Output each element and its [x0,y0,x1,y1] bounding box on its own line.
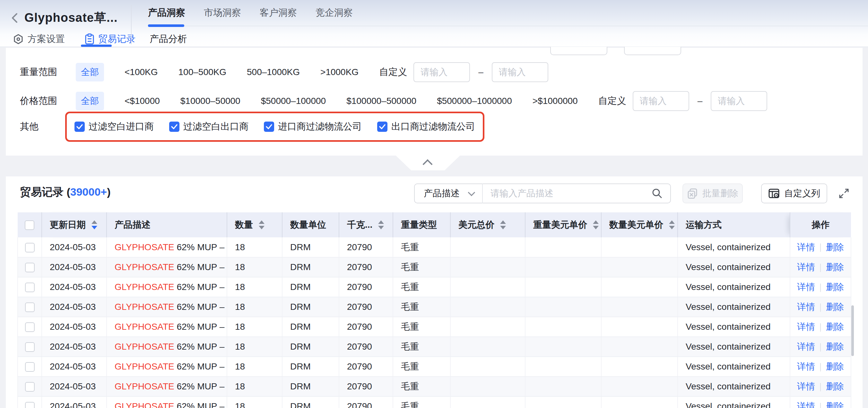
tabs-baseline [148,26,868,26]
product-keyword-highlight: GLYPHOSATE [115,282,174,292]
select-all-checkbox[interactable] [25,220,34,230]
row-checkbox[interactable] [25,342,35,352]
price-max-input[interactable] [711,91,767,111]
custom-columns-button[interactable]: 自定义列 [761,183,827,203]
cell-usd-per-qty [601,397,678,408]
cell-qty-unit: DRM [282,397,339,408]
weight-option-lt100[interactable]: <100KG [125,67,158,77]
col-label: 数量美元单价 [609,219,663,231]
price-option-1[interactable]: <$10000 [125,96,160,106]
product-description-search-input[interactable] [483,184,652,203]
weight-option-500-1000[interactable]: 500–1000KG [247,67,300,77]
subnav-item-plan-settings[interactable]: 方案设置 [13,33,65,45]
clipboard-icon [85,33,94,45]
subnav-item-trade-records[interactable]: 贸易记录 [85,33,135,45]
weight-option-100-500[interactable]: 100–500KG [179,67,226,77]
col-header-usd-total[interactable]: 美元总价 [451,212,525,237]
delete-link[interactable]: 删除 [826,322,844,332]
back-button[interactable] [8,11,21,24]
sort-icon[interactable] [259,220,265,229]
row-checkbox[interactable] [25,402,35,408]
col-header-usd-per-qty[interactable]: 数量美元单价 [601,212,678,237]
price-min-input[interactable] [633,91,689,111]
delete-link[interactable]: 删除 [826,302,844,312]
price-option-5[interactable]: $500000–1000000 [437,96,512,106]
price-option-4[interactable]: $100000–500000 [346,96,416,106]
checkbox-exporter-filter-logistics[interactable]: 出口商过滤物流公司 [377,120,475,133]
checkbox-importer-filter-logistics[interactable]: 进口商过滤物流公司 [264,120,362,133]
clipped-filter-input-2[interactable] [624,47,681,55]
tab-customer-insight[interactable]: 客户洞察 [260,6,297,19]
row-checkbox[interactable] [25,322,35,332]
price-option-all[interactable]: 全部 [76,92,104,110]
weight-option-gt1000[interactable]: >1000KG [320,67,359,77]
collapse-filters-handle[interactable] [396,156,460,170]
price-custom-label[interactable]: 自定义 [598,95,626,107]
row-checkbox[interactable] [25,382,35,392]
tab-product-analysis[interactable]: 产品分析 [150,33,187,45]
sort-icon[interactable] [92,220,97,229]
app-screen: Glyphosate草... 方案设置 贸易记录 [0,0,868,408]
weight-min-input[interactable] [413,62,470,82]
checkbox-label: 进口商过滤物流公司 [278,120,362,133]
tab-product-insight[interactable]: 产品洞察 [148,6,185,19]
action-divider [820,283,821,292]
cell-checkbox [18,297,42,317]
row-checkbox[interactable] [25,243,35,252]
target-gear-icon [13,34,24,44]
delete-link[interactable]: 删除 [826,282,844,292]
checkbox-filter-blank-exporter[interactable]: 过滤空白出口商 [169,120,248,133]
row-checkbox[interactable] [25,263,35,272]
col-header-usd-per-weight[interactable]: 重量美元单价 [525,212,601,237]
price-option-3[interactable]: $50000–100000 [261,96,326,106]
weight-max-input[interactable] [492,62,548,82]
checked-checkbox-icon [74,122,85,132]
clipped-filter-input-1[interactable] [550,47,607,55]
delete-link[interactable]: 删除 [826,401,844,408]
cell-product-desc: GLYPHOSATE 62% MUP – I... [106,297,227,317]
action-divider [820,343,821,351]
sort-icon[interactable] [500,220,506,229]
detail-link[interactable]: 详情 [797,282,815,292]
sort-icon[interactable] [669,220,675,229]
detail-link[interactable]: 详情 [797,322,815,332]
weight-custom-label[interactable]: 自定义 [379,66,407,78]
detail-link[interactable]: 详情 [797,342,815,351]
detail-link[interactable]: 详情 [797,242,815,252]
batch-delete-button[interactable]: 批量删除 [682,183,743,203]
sort-icon[interactable] [593,220,599,229]
search-field-selector[interactable]: 产品描述 [415,184,482,203]
records-count: 39000+ [70,186,107,198]
row-checkbox[interactable] [25,303,35,312]
col-label: 产品描述 [115,220,151,230]
checked-checkbox-icon [377,122,388,132]
price-option-2[interactable]: $10000–50000 [180,96,241,106]
delete-link[interactable]: 删除 [826,242,844,252]
col-header-update-date[interactable]: 更新日期 [42,212,106,237]
row-checkbox[interactable] [25,282,35,292]
checkbox-filter-blank-importer[interactable]: 过滤空白进口商 [74,120,154,133]
weight-option-all[interactable]: 全部 [76,63,104,81]
delete-link[interactable]: 删除 [826,342,844,351]
detail-link[interactable]: 详情 [797,362,815,371]
detail-link[interactable]: 详情 [797,401,815,408]
cell-checkbox [18,377,42,397]
product-desc-rest: 62% MUP – I... [174,342,227,351]
sort-icon[interactable] [378,220,384,229]
delete-link[interactable]: 删除 [826,362,844,371]
col-header-kg[interactable]: 千克... [339,212,393,237]
price-option-6[interactable]: >$1000000 [532,96,578,106]
vertical-scrollbar-thumb[interactable] [851,305,854,356]
delete-link[interactable]: 删除 [826,381,844,391]
row-checkbox[interactable] [25,362,35,372]
tab-market-insight[interactable]: 市场洞察 [204,6,241,19]
detail-link[interactable]: 详情 [797,381,815,391]
col-header-select-all[interactable] [18,212,42,237]
delete-link[interactable]: 删除 [826,262,844,272]
detail-link[interactable]: 详情 [797,302,815,312]
col-header-qty[interactable]: 数量 [227,212,282,237]
fullscreen-button[interactable] [838,188,849,199]
search-button[interactable] [652,188,670,199]
detail-link[interactable]: 详情 [797,262,815,272]
tab-competitor-insight[interactable]: 竞企洞察 [315,6,353,19]
